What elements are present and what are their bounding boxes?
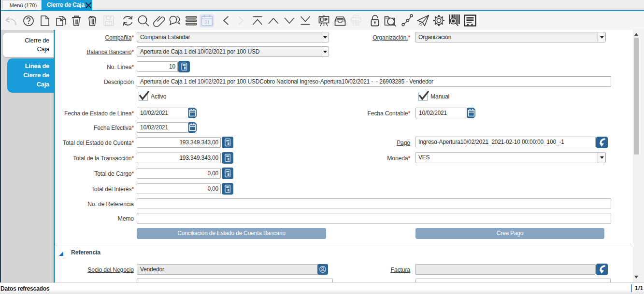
svg-text:31: 31 bbox=[204, 20, 210, 25]
